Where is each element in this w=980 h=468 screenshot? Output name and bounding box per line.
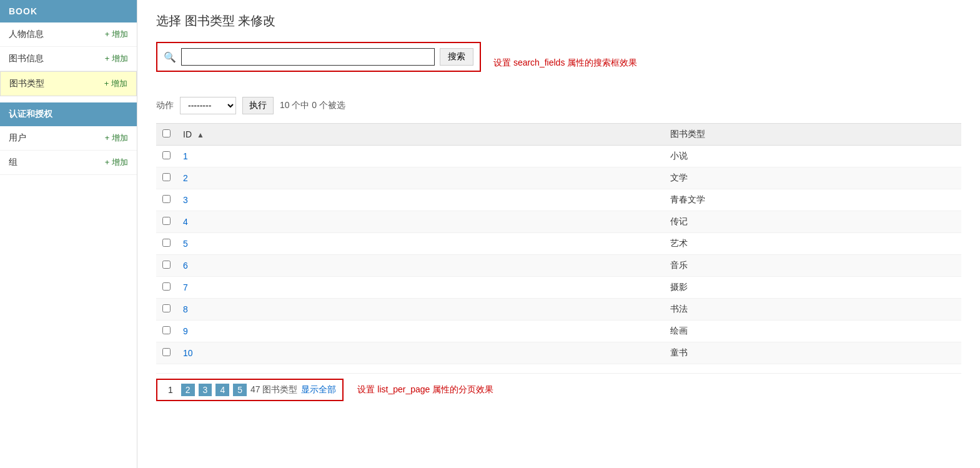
search-hint: 设置 search_fields 属性的搜索框效果 — [493, 57, 637, 69]
row-type-cell: 童书 — [664, 342, 961, 364]
main-content: 选择 图书类型 来修改 🔍 搜索 设置 search_fields 属性的搜索框… — [137, 0, 980, 468]
row-id-link[interactable]: 8 — [183, 304, 188, 314]
table-row: 1 小说 — [156, 146, 961, 167]
row-checkbox[interactable] — [162, 151, 171, 159]
search-area: 🔍 搜索 设置 search_fields 属性的搜索框效果 — [156, 42, 961, 84]
sidebar-add-users[interactable]: + 增加 — [105, 132, 128, 144]
row-checkbox[interactable] — [162, 326, 171, 334]
col-type-label: 图书类型 — [670, 129, 705, 139]
sidebar-add-book-type[interactable]: + 增加 — [104, 78, 127, 89]
row-id-link[interactable]: 10 — [183, 348, 193, 358]
col-header-checkbox — [156, 124, 177, 146]
sidebar-item-label: 组 — [9, 157, 17, 168]
row-checkbox-cell — [156, 342, 177, 364]
sidebar-auth-header: 认证和授权 — [0, 102, 137, 126]
table-row: 5 艺术 — [156, 233, 961, 255]
search-button[interactable]: 搜索 — [440, 48, 473, 66]
row-id-cell: 3 — [177, 189, 664, 211]
row-type-cell: 摄影 — [664, 277, 961, 299]
row-id-cell: 2 — [177, 167, 664, 189]
row-checkbox[interactable] — [162, 217, 171, 225]
action-label: 动作 — [156, 100, 174, 111]
action-select[interactable]: -------- — [180, 97, 236, 114]
col-id-label: ID — [183, 129, 192, 139]
row-checkbox[interactable] — [162, 195, 171, 203]
sidebar-item-label: 人物信息 — [9, 29, 44, 40]
sidebar-item-label: 图书信息 — [9, 53, 44, 64]
row-type-cell: 绘画 — [664, 321, 961, 342]
row-id-cell: 6 — [177, 255, 664, 277]
row-id-link[interactable]: 5 — [183, 239, 188, 249]
row-type-cell: 文学 — [664, 167, 961, 189]
sidebar-add-book-info[interactable]: + 增加 — [105, 53, 128, 64]
pagination-hint: 设置 list_per_page 属性的分页效果 — [357, 384, 493, 396]
select-all-checkbox[interactable] — [162, 129, 171, 137]
sidebar-item-book-type[interactable]: 图书类型 + 增加 — [0, 71, 137, 96]
col-header-type: 图书类型 — [664, 124, 961, 146]
table-row: 9 绘画 — [156, 321, 961, 342]
page-title: 选择 图书类型 来修改 — [156, 12, 961, 29]
table-row: 2 文学 — [156, 167, 961, 189]
row-id-cell: 7 — [177, 277, 664, 299]
row-id-cell: 5 — [177, 233, 664, 255]
row-checkbox[interactable] — [162, 282, 171, 291]
sidebar-book-header: BOOK — [0, 0, 137, 22]
sidebar-item-groups[interactable]: 组 + 增加 — [0, 151, 137, 175]
row-id-link[interactable]: 1 — [183, 151, 188, 161]
sidebar-item-users[interactable]: 用户 + 增加 — [0, 126, 137, 151]
row-checkbox[interactable] — [162, 261, 171, 269]
col-header-id[interactable]: ID ▲ — [177, 124, 664, 146]
row-checkbox[interactable] — [162, 304, 171, 312]
sidebar-add-person-info[interactable]: + 增加 — [105, 29, 128, 40]
row-id-link[interactable]: 6 — [183, 261, 188, 271]
row-id-link[interactable]: 3 — [183, 195, 188, 205]
search-box-wrapper: 🔍 搜索 — [156, 42, 481, 72]
row-checkbox[interactable] — [162, 173, 171, 181]
sidebar: BOOK 人物信息 + 增加 图书信息 + 增加 图书类型 + 增加 认证和授权… — [0, 0, 137, 468]
row-id-link[interactable]: 7 — [183, 282, 188, 292]
action-execute-button[interactable]: 执行 — [242, 97, 274, 114]
row-type-cell: 传记 — [664, 211, 961, 233]
sort-arrow-icon: ▲ — [197, 131, 204, 139]
row-checkbox-cell — [156, 321, 177, 342]
page-num-4[interactable]: 4 — [215, 384, 229, 396]
page-num-5[interactable]: 5 — [233, 384, 247, 396]
table-header-row: ID ▲ 图书类型 — [156, 124, 961, 146]
row-id-cell: 8 — [177, 299, 664, 321]
page-total: 47 图书类型 — [250, 384, 297, 396]
sidebar-item-person-info[interactable]: 人物信息 + 增加 — [0, 22, 137, 47]
row-id-cell: 4 — [177, 211, 664, 233]
row-checkbox[interactable] — [162, 239, 171, 247]
row-checkbox-cell — [156, 233, 177, 255]
sidebar-item-label: 图书类型 — [9, 78, 44, 89]
row-id-link[interactable]: 4 — [183, 217, 188, 227]
row-type-cell: 音乐 — [664, 255, 961, 277]
table-body: 1 小说 2 文学 3 青春文学 4 — [156, 146, 961, 364]
page-num-3[interactable]: 3 — [199, 384, 212, 396]
row-type-cell: 艺术 — [664, 233, 961, 255]
sidebar-item-book-info[interactable]: 图书信息 + 增加 — [0, 47, 137, 71]
row-checkbox-cell — [156, 255, 177, 277]
row-id-cell: 1 — [177, 146, 664, 167]
search-input[interactable] — [181, 48, 435, 66]
action-bar: 动作 -------- 执行 10 个中 0 个被选 — [156, 97, 961, 114]
table-row: 10 童书 — [156, 342, 961, 364]
page-num-1[interactable]: 1 — [164, 384, 177, 396]
show-all-link[interactable]: 显示全部 — [301, 384, 336, 396]
pagination-area: 1 2 3 4 5 47 图书类型 显示全部 设置 list_per_page … — [156, 373, 961, 406]
row-id-cell: 10 — [177, 342, 664, 364]
row-id-link[interactable]: 9 — [183, 326, 188, 336]
search-icon: 🔍 — [164, 51, 176, 63]
row-checkbox-cell — [156, 189, 177, 211]
table-row: 7 摄影 — [156, 277, 961, 299]
row-checkbox-cell — [156, 277, 177, 299]
row-checkbox[interactable] — [162, 348, 171, 356]
row-checkbox-cell — [156, 211, 177, 233]
row-checkbox-cell — [156, 167, 177, 189]
page-num-2[interactable]: 2 — [181, 384, 195, 396]
row-type-cell: 小说 — [664, 146, 961, 167]
sidebar-add-groups[interactable]: + 增加 — [105, 157, 128, 168]
row-id-link[interactable]: 2 — [183, 173, 188, 183]
row-checkbox-cell — [156, 299, 177, 321]
data-table: ID ▲ 图书类型 1 小说 2 文学 — [156, 123, 961, 364]
